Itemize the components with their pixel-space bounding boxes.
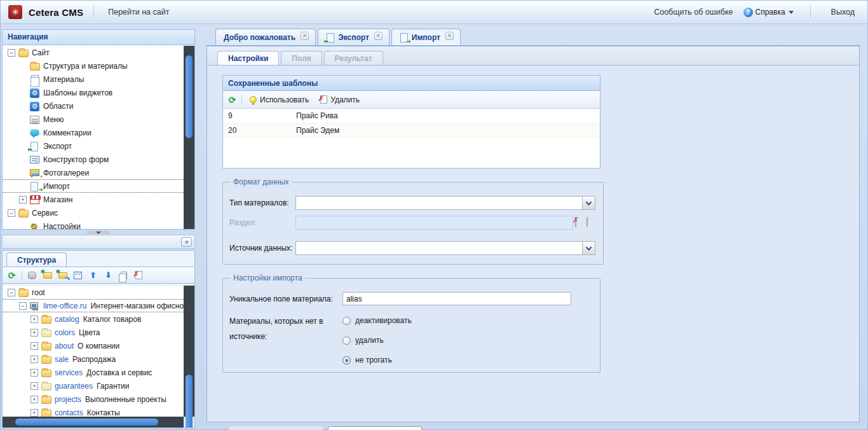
navigation-scrollbar-thumb[interactable] xyxy=(186,55,193,138)
close-tab-icon[interactable]: ✕ xyxy=(374,32,383,40)
nav-item-Магазин[interactable]: +Магазин xyxy=(3,193,184,206)
tree-toggler-icon[interactable]: − xyxy=(19,302,27,310)
structure-item-name: contacts xyxy=(55,408,83,417)
structure-vscrollbar-thumb[interactable] xyxy=(186,375,193,428)
use-template-button[interactable]: Использовать xyxy=(246,94,313,106)
structure-item-name: projects xyxy=(55,395,81,404)
structure-item-projects[interactable]: +projectsВыполненные проекты xyxy=(3,392,184,406)
tree-toggler-icon[interactable]: + xyxy=(31,342,38,350)
nav-item-Фотогалереи[interactable]: Фотогалереи xyxy=(3,166,184,179)
panel-splitter[interactable] xyxy=(2,230,195,235)
radio-option-не трогать[interactable]: не трогать xyxy=(342,356,412,364)
tab-structure[interactable]: Структура xyxy=(6,253,67,267)
comments-icon xyxy=(30,128,40,137)
add-subfolder-icon[interactable] xyxy=(57,270,68,281)
structure-item-services[interactable]: +servicesДоставка и сервис xyxy=(3,366,184,379)
nav-item-Конструктор форм[interactable]: Конструктор форм xyxy=(3,153,184,166)
move-up-icon[interactable]: ⬆ xyxy=(88,270,98,281)
nav-item-Комментарии[interactable]: Комментарии xyxy=(3,126,184,139)
documents-icon xyxy=(30,75,40,84)
nav-item-Материалы[interactable]: Материалы xyxy=(3,73,184,86)
nav-item-label: Меню xyxy=(43,115,64,124)
close-tab-icon[interactable]: ✕ xyxy=(445,32,454,40)
structure-item-about[interactable]: +aboutО компании xyxy=(3,339,184,352)
table-row[interactable]: 9Прайс Рива xyxy=(223,109,600,123)
structure-item-name: catalog xyxy=(55,315,79,324)
delete-icon[interactable] xyxy=(133,270,144,281)
browse-section-button[interactable] xyxy=(587,218,597,227)
unique-field-input[interactable] xyxy=(342,292,571,305)
nav-item-Сервис[interactable]: −Сервис xyxy=(3,206,184,219)
tree-toggler-icon[interactable]: − xyxy=(8,289,15,296)
clear-section-button[interactable] xyxy=(575,218,585,227)
app-window: ✳ Cetera CMS Перейти на сайт Сообщить об… xyxy=(0,0,868,430)
tree-toggler-icon[interactable]: − xyxy=(8,209,15,217)
save-template-button[interactable]: Сохранить шаблон xyxy=(229,426,323,430)
splitter-handle-icon[interactable] xyxy=(87,231,110,234)
table-row[interactable]: 20Прайс Эдем xyxy=(223,123,600,138)
navigation-scrollbar-track[interactable] xyxy=(184,46,194,229)
structure-item-root[interactable]: −root xyxy=(3,286,184,299)
source-select[interactable] xyxy=(295,241,595,255)
tree-toggler-icon[interactable]: + xyxy=(19,196,27,204)
nav-item-Настройки[interactable]: ⚙Настройки xyxy=(3,219,184,229)
tab-Экспорт[interactable]: ⬅Экспорт✕ xyxy=(318,29,390,45)
nav-item-Области[interactable]: ⚙Области xyxy=(3,99,184,113)
structure-item-colors[interactable]: +colorsЦвета xyxy=(3,326,184,339)
subtab-Настройки[interactable]: Настройки xyxy=(217,51,279,65)
structure-item-contacts[interactable]: +contactsКонтакты xyxy=(3,406,184,417)
collapse-panel-button[interactable]: « xyxy=(181,237,192,247)
next-button[interactable]: Дальше > xyxy=(328,426,422,430)
radio-option-деактивировать[interactable]: деактивировать xyxy=(342,316,412,325)
structure-vscrollbar-track[interactable] xyxy=(184,286,194,417)
folder-icon xyxy=(41,395,51,404)
radio-option-удалить[interactable]: удалить xyxy=(342,336,412,345)
logout-link[interactable]: Выход xyxy=(827,5,858,19)
radio-icon[interactable] xyxy=(342,317,351,325)
structure-item-guarantees[interactable]: +guaranteesГарантии xyxy=(3,379,184,392)
section-label: Раздел: xyxy=(229,216,295,227)
refresh-icon[interactable]: ⟳ xyxy=(227,94,238,105)
structure-hscrollbar-track[interactable] xyxy=(3,417,184,427)
tab-Добро пожаловать[interactable]: Добро пожаловать✕ xyxy=(215,29,316,45)
close-tab-icon[interactable]: ✕ xyxy=(301,32,309,40)
tree-toggler-icon[interactable]: + xyxy=(31,382,38,390)
structure-panel: Структура ⟳⬆⬇ −root−lime-office.ruИнтерн… xyxy=(2,250,195,428)
nav-item-Шаблоны виджетов[interactable]: ⚙Шаблоны виджетов xyxy=(3,86,184,99)
material-type-select[interactable] xyxy=(295,196,595,210)
tree-toggler-icon[interactable]: + xyxy=(31,396,38,403)
tab-Импорт[interactable]: ➜Импорт✕ xyxy=(391,29,461,45)
tree-toggler-icon[interactable]: − xyxy=(8,49,15,57)
unique-field-label: Уникальное поле материала: xyxy=(229,292,342,303)
nav-item-Сайт[interactable]: −Сайт xyxy=(3,46,184,59)
tree-toggler-icon[interactable]: + xyxy=(31,356,38,363)
nav-item-Структура и материалы[interactable]: Структура и материалы xyxy=(3,59,184,73)
tree-toggler-icon[interactable]: + xyxy=(31,329,38,336)
structure-hscrollbar-thumb[interactable] xyxy=(15,419,158,426)
structure-item-sale[interactable]: +saleРаспродажа xyxy=(3,352,184,366)
tab-label: Экспорт xyxy=(338,33,369,42)
tree-toggler-icon[interactable]: + xyxy=(31,316,38,323)
database-icon[interactable] xyxy=(27,270,37,281)
radio-icon[interactable] xyxy=(342,336,351,345)
radio-icon[interactable] xyxy=(342,356,351,364)
refresh-icon[interactable]: ⟳ xyxy=(6,270,17,281)
checklist-icon[interactable] xyxy=(72,270,83,281)
report-error-link[interactable]: Сообщить об ошибке xyxy=(650,5,736,19)
delete-template-button[interactable]: Удалить xyxy=(316,94,363,106)
structure-item-catalog[interactable]: +catalogКаталог товаров xyxy=(3,312,184,326)
nav-item-Экспорт[interactable]: ⬅Экспорт xyxy=(3,139,184,153)
source-dropdown-button[interactable] xyxy=(582,242,595,254)
structure-item-lime-office.ru[interactable]: −lime-office.ruИнтернет-магазин офисной … xyxy=(3,299,184,312)
material-type-dropdown-button[interactable] xyxy=(582,197,595,209)
nav-item-Меню[interactable]: Меню xyxy=(3,113,184,126)
nav-item-Импорт[interactable]: ➜Импорт xyxy=(3,179,184,193)
copy-icon[interactable] xyxy=(118,270,129,281)
tree-toggler-icon[interactable]: + xyxy=(31,409,38,417)
add-folder-icon[interactable] xyxy=(42,270,53,281)
move-down-icon[interactable]: ⬇ xyxy=(103,270,114,281)
source-label: Источник данных: xyxy=(229,238,295,256)
go-to-site-link[interactable]: Перейти на сайт xyxy=(104,5,173,19)
tree-toggler-icon[interactable]: + xyxy=(31,369,38,377)
help-menu[interactable]: ? Справка xyxy=(743,8,794,17)
